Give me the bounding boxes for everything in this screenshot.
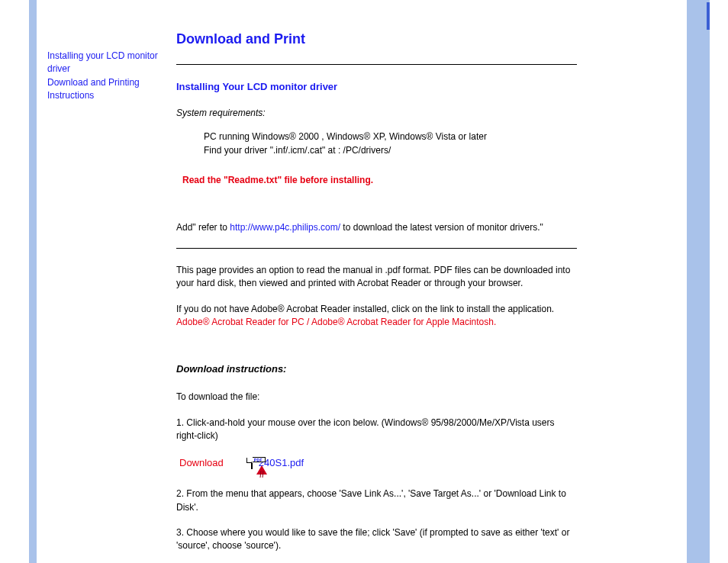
- system-requirements-label: System requirements:: [176, 107, 577, 120]
- acrobat-pc-link[interactable]: Adobe® Acrobat Reader for PC: [176, 317, 304, 327]
- section-install-title: Installing Your LCD monitor driver: [176, 80, 577, 95]
- download-step-3: 3. Choose where you would like to save t…: [176, 526, 577, 553]
- readme-warning: Read the "Readme.txt" file before instal…: [182, 174, 577, 187]
- pdf-intro-paragraph: This page provides an option to read the…: [176, 264, 577, 291]
- period: .: [494, 317, 496, 327]
- divider: [176, 64, 577, 65]
- sidebar-link-download-print[interactable]: Download and Printing Instructions: [47, 77, 140, 101]
- pdf-download-block: PDF 240S1.pdf: [251, 456, 304, 471]
- pdf-file-icon[interactable]: PDF: [251, 457, 253, 470]
- left-accent-stripe: [29, 0, 37, 563]
- sidebar-link-install-driver[interactable]: Installing your LCD monitor driver: [47, 50, 158, 74]
- acrobat-mac-link[interactable]: Adobe® Acrobat Reader for Apple Macintos…: [311, 317, 494, 327]
- philips-link[interactable]: http://www.p4c.philips.com/: [230, 222, 340, 233]
- download-drivers-note: Add" refer to http://www.p4c.philips.com…: [176, 221, 577, 234]
- requirement-item: Find your driver ".inf/.icm/.cat" at : /…: [204, 144, 577, 157]
- download-step-1: 1. Click-and-hold your mouse over the ic…: [176, 417, 577, 443]
- acrobat-paragraph: If you do not have Adobe® Acrobat Reader…: [176, 303, 577, 330]
- separator: /: [304, 317, 311, 327]
- page-title: Download and Print: [176, 29, 577, 49]
- pdf-badge: PDF: [251, 457, 266, 462]
- text: to download the latest version of monito…: [340, 222, 543, 233]
- main-content: Download and Print Installing Your LCD m…: [176, 29, 577, 563]
- right-accent-stripe: [687, 0, 710, 563]
- download-label: Download: [179, 456, 224, 471]
- sidebar-nav: Installing your LCD monitor driver Downl…: [47, 50, 162, 103]
- text: Add" refer to: [176, 222, 230, 233]
- download-step-2: 2. From the menu that appears, choose 'S…: [176, 487, 577, 514]
- download-lead: To download the file:: [176, 391, 577, 404]
- right-accent-mark: [707, 2, 710, 30]
- divider: [176, 248, 577, 249]
- text: If you do not have Adobe® Acrobat Reader…: [176, 304, 554, 314]
- requirement-item: PC running Windows® 2000 , Windows® XP, …: [204, 130, 577, 143]
- download-instructions-heading: Download instructions:: [176, 362, 577, 377]
- download-row: Download PDF 240S1.pdf: [179, 456, 577, 471]
- requirements-list: PC running Windows® 2000 , Windows® XP, …: [204, 130, 577, 157]
